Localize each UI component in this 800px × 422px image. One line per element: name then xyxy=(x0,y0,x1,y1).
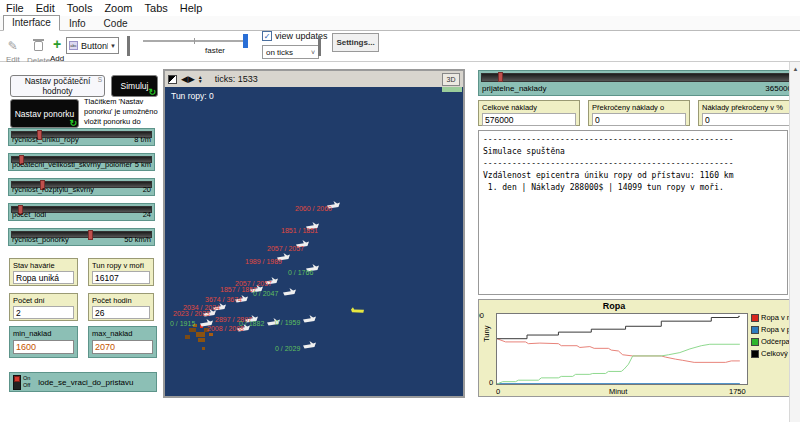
menu-bar: FileEditToolsZoomTabsHelp xyxy=(0,0,800,16)
slider-pocet_lodi[interactable]: pocet_lodi24 xyxy=(8,203,155,221)
slider-label: prijatelne_naklady xyxy=(482,84,547,93)
chevron-down-icon: ˅ xyxy=(311,49,315,56)
legend-swatch xyxy=(751,350,759,358)
output-widget: ----------------------------------------… xyxy=(478,130,788,295)
plot-lines xyxy=(497,314,747,384)
oil-spill-patch xyxy=(198,338,205,342)
speed-slider-track[interactable] xyxy=(143,40,247,42)
legend-label: Celkový o xyxy=(761,349,789,358)
plot-legend: Ropa v mRopa v přOdčerpanCelkový o xyxy=(751,313,789,361)
netlogo-window: FileEditToolsZoomTabsHelp InterfaceInfoC… xyxy=(0,0,800,422)
switch-lode-se-vraci-do-pristavu[interactable]: On Off lode_se_vraci_do_pristavu xyxy=(9,372,157,392)
menu-edit[interactable]: Edit xyxy=(30,1,61,15)
slider-handle[interactable] xyxy=(498,72,503,82)
switch-lever[interactable] xyxy=(13,375,21,390)
monitor-value: 0 xyxy=(592,113,686,126)
tab-info[interactable]: Info xyxy=(60,16,95,31)
input-min_naklad[interactable]: min_naklad1600 xyxy=(9,326,78,358)
legend-label: Ropa v m xyxy=(761,313,789,322)
slider-groove[interactable] xyxy=(481,73,789,82)
legend-label: Odčerpan xyxy=(761,337,789,346)
input-value[interactable]: 1600 xyxy=(13,340,74,354)
widget-type-dropdown[interactable]: abc Button ▼ xyxy=(66,37,119,54)
monitor-label: Překročeny náklady o xyxy=(592,103,686,112)
scroll-up-icon[interactable]: ▲ xyxy=(790,62,800,76)
plot-area xyxy=(496,313,748,385)
legend-swatch xyxy=(751,326,759,334)
oil-spill-patch xyxy=(196,332,205,337)
port-patches xyxy=(442,87,462,92)
tab-code[interactable]: Code xyxy=(95,16,137,31)
toolbar-separator xyxy=(127,36,130,56)
legend-swatch xyxy=(751,314,759,322)
checkbox-check-icon: ✓ xyxy=(262,31,272,41)
toolbar: ✎ Edit Delete + Add abc Button ▼ faster … xyxy=(0,31,800,62)
plot-widget: Ropa 47900 0 Tuny 0 Minut 1750 Ropa v mR… xyxy=(478,299,789,397)
tab-interface[interactable]: Interface xyxy=(3,15,60,31)
monitor-n-klady-p-ekro-eny-v-: Náklady překročeny v %0 xyxy=(698,100,789,126)
input-max_naklad[interactable]: max_naklad2070 xyxy=(88,326,157,358)
menu-help[interactable]: Help xyxy=(174,1,209,15)
widget-type-label: Button xyxy=(81,41,107,51)
forever-icon: ↻ xyxy=(69,118,77,128)
y-axis-label: Tuny xyxy=(482,326,491,342)
slider-rychlost_uniku_ropy[interactable]: rychlost_uniku_ropy8 t/m xyxy=(8,128,155,146)
input-widgets: min_naklad1600max_naklad2070 xyxy=(9,326,155,358)
monitor-value: 26 xyxy=(92,306,150,319)
button-nastav-ponorku[interactable]: Nastav ponorku↻ xyxy=(10,99,79,128)
vertical-scrollbar[interactable]: ▲ xyxy=(789,62,800,422)
edit-button[interactable]: ✎ Edit xyxy=(6,36,20,64)
3d-button[interactable]: 3D xyxy=(442,73,460,86)
slider-value: 50 km/h xyxy=(124,235,151,244)
x-axis-label: Minut xyxy=(609,387,627,396)
slider-label: rychlost_ponorky xyxy=(12,235,69,244)
ship-load-label: 0 / 2047 xyxy=(253,290,278,297)
ship-load-label: 3674 / 3674 xyxy=(205,296,242,303)
menu-tabs[interactable]: Tabs xyxy=(139,1,174,15)
monitor-label: Počet dní xyxy=(13,296,74,305)
monitor-value: 16107 xyxy=(92,271,150,284)
ship-load-label: 2008 / 2008 xyxy=(207,325,244,332)
menu-zoom[interactable]: Zoom xyxy=(98,1,138,15)
settings-button[interactable]: Settings... xyxy=(332,33,379,52)
button-simuluj[interactable]: Simuluj↻ xyxy=(111,75,158,97)
add-button[interactable]: + Add xyxy=(50,35,64,63)
pencil-icon: ✎ xyxy=(8,39,18,53)
slider-value: 20 xyxy=(143,185,151,194)
ship-load-label: 2057 / 2057 xyxy=(267,245,304,252)
legend-item: Ropa v m xyxy=(751,313,789,322)
slider-rychlost_rozptylu_skvrny[interactable]: rychlost_rozptylu_skvrny20 xyxy=(8,178,155,196)
slider-value: 5 km xyxy=(135,160,151,169)
menu-file[interactable]: File xyxy=(0,1,30,15)
monitor-label: Celkové náklady xyxy=(482,103,576,112)
vertical-arrows-icon[interactable]: ▲▼ xyxy=(198,75,203,83)
forever-icon: ↻ xyxy=(148,87,156,97)
button-nastav-po-te-n-hodnoty[interactable]: Nastav počáteční hodnotyS xyxy=(10,75,105,97)
input-label: min_naklad xyxy=(13,329,74,338)
update-mode-dropdown[interactable]: on ticks ˅ xyxy=(262,45,319,59)
slider-label: pocet_lodi xyxy=(12,210,46,219)
plot-line-ropa-v-m xyxy=(497,339,740,363)
speed-slider-handle[interactable] xyxy=(243,34,248,48)
resize-corner-icon[interactable] xyxy=(168,75,177,84)
slider-label: rychlost_rozptylu_skvrny xyxy=(12,185,94,194)
input-value[interactable]: 2070 xyxy=(92,340,153,354)
slider-label: pocatecni_velikosti_skvrny_polomer xyxy=(12,160,132,169)
slider-pocatecni_velikosti_skvrny_polomer[interactable]: pocatecni_velikosti_skvrny_polomer5 km xyxy=(8,153,155,171)
legend-item: Celkový o xyxy=(751,349,789,358)
interface-canvas: Nastav počáteční hodnotySSimuluj↻Nastav … xyxy=(0,62,789,422)
oil-spill-patch xyxy=(185,335,190,339)
switch-knob[interactable] xyxy=(14,376,20,382)
ship-load-label: 0 / 1959 xyxy=(275,319,300,326)
delete-button[interactable]: Delete xyxy=(27,37,50,65)
slider-rychlost_ponorky[interactable]: rychlost_ponorky50 km/h xyxy=(8,228,155,246)
horizontal-arrows-icon[interactable]: ◀▶ xyxy=(181,75,195,84)
plot-title: Ropa xyxy=(479,301,749,311)
world-view-header: ◀▶ ▲▼ ticks: 1533 3D xyxy=(165,71,463,87)
ship-load-label: 1857 / 1857 xyxy=(220,286,257,293)
faster-label: faster xyxy=(205,46,225,55)
slider-prijatelne-naklady[interactable]: prijatelne_naklady 365000 xyxy=(478,70,789,96)
world-area[interactable]: Tun ropy: 0 2060 / 20601851 / 18512057 /… xyxy=(165,87,463,396)
menu-tools[interactable]: Tools xyxy=(61,1,99,15)
switch-off-label: Off xyxy=(23,382,30,389)
